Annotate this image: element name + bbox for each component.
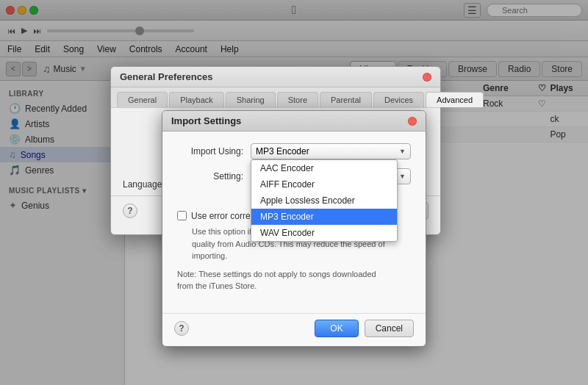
import-help-button[interactable]: ? xyxy=(174,321,189,336)
general-prefs-close-button[interactable] xyxy=(423,73,431,82)
import-using-row: Import Using: MP3 Encoder ▼ AAC Encoder … xyxy=(177,143,411,159)
general-prefs-tabs: General Playback Sharing Store Parental … xyxy=(111,87,440,108)
general-prefs-title: General Preferences xyxy=(120,71,212,82)
dropdown-option-wav[interactable]: WAV Encoder xyxy=(251,225,397,241)
import-action-buttons: OK Cancel xyxy=(315,320,414,337)
tab-store[interactable]: Store xyxy=(277,92,318,107)
general-prefs-title-bar: General Preferences xyxy=(111,67,440,87)
tab-advanced[interactable]: Advanced xyxy=(426,92,484,107)
import-cancel-button[interactable]: Cancel xyxy=(365,320,414,337)
dropdown-option-mp3[interactable]: MP3 Encoder xyxy=(251,209,397,225)
import-settings-footer: ? OK Cancel xyxy=(162,313,426,346)
tab-parental[interactable]: Parental xyxy=(320,92,372,107)
setting-arrow-icon: ▼ xyxy=(399,173,406,180)
tab-playback[interactable]: Playback xyxy=(169,92,224,107)
error-correction-checkbox[interactable] xyxy=(177,211,187,220)
import-settings-content: Import Using: MP3 Encoder ▼ AAC Encoder … xyxy=(162,132,426,313)
dropdown-option-aac[interactable]: AAC Encoder xyxy=(251,160,397,176)
import-note: Note: These settings do not apply to son… xyxy=(177,268,411,292)
import-settings-close-button[interactable] xyxy=(408,117,417,126)
tab-sharing[interactable]: Sharing xyxy=(226,92,276,107)
import-using-value: MP3 Encoder xyxy=(256,146,309,156)
import-settings-dialog: Import Settings Import Using: MP3 Encode… xyxy=(162,110,426,347)
import-ok-button[interactable]: OK xyxy=(315,320,358,337)
import-using-select[interactable]: MP3 Encoder ▼ xyxy=(251,143,411,159)
general-prefs-help-button[interactable]: ? xyxy=(123,204,137,218)
import-using-arrow-icon: ▼ xyxy=(399,148,406,155)
dropdown-option-aiff[interactable]: AIFF Encoder xyxy=(251,176,397,192)
import-using-label: Import Using: xyxy=(177,146,243,156)
language-label: Language: xyxy=(123,179,165,190)
tab-devices[interactable]: Devices xyxy=(373,92,424,107)
import-settings-title-bar: Import Settings xyxy=(162,111,426,132)
setting-label: Setting: xyxy=(177,171,243,181)
dropdown-option-apple-lossless[interactable]: Apple Lossless Encoder xyxy=(251,192,397,209)
tab-general[interactable]: General xyxy=(117,92,168,107)
import-using-dropdown[interactable]: AAC Encoder AIFF Encoder Apple Lossless … xyxy=(251,159,398,242)
import-settings-title: Import Settings xyxy=(171,115,241,126)
